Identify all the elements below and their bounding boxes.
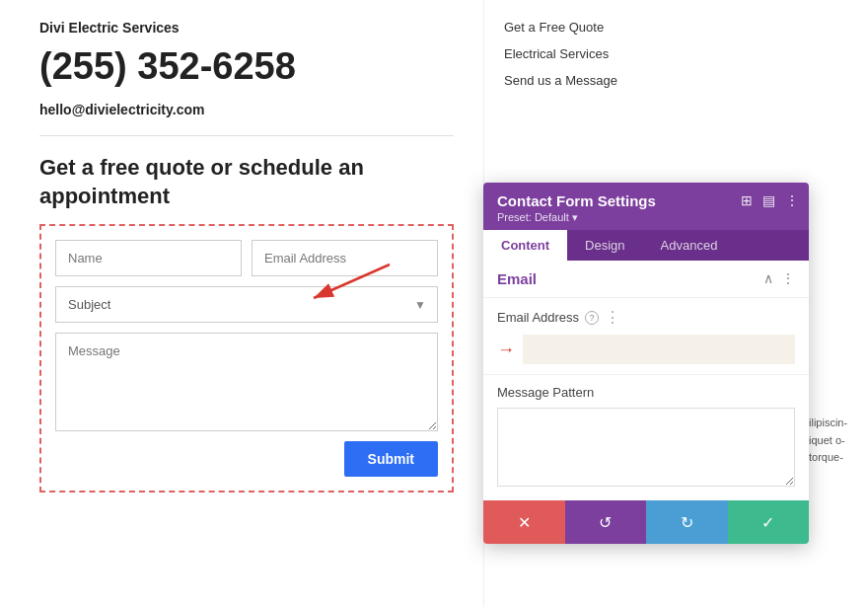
lorem-text: ilipiscin- iquet o- torque- (809, 415, 868, 467)
field-label-row: Email Address ? ⋮ (497, 308, 795, 327)
columns-icon[interactable]: ▤ (762, 192, 775, 209)
help-icon[interactable]: ? (585, 311, 599, 325)
tab-advanced[interactable]: Advanced (643, 230, 736, 261)
page-wrapper: Divi Electric Services (255) 352-6258 he… (0, 0, 868, 607)
panel-header: Contact Form Settings Preset: Default ▾ … (483, 183, 809, 230)
panel-tabs: Content Design Advanced (483, 230, 809, 261)
subject-select[interactable]: Subject (55, 286, 438, 323)
submit-row: Submit (55, 441, 438, 477)
panel-footer: ✕ ↺ ↻ ✓ (483, 500, 809, 544)
panel-preset[interactable]: Preset: Default ▾ (497, 211, 795, 224)
tab-design[interactable]: Design (567, 230, 642, 261)
submit-button[interactable]: Submit (344, 441, 438, 477)
company-name: Divi Electric Services (39, 20, 454, 36)
field-label-text: Email Address (497, 310, 579, 325)
message-pattern-label: Message Pattern (497, 385, 795, 400)
email-field-row: → (497, 335, 795, 364)
reset-button[interactable]: ↺ (565, 500, 647, 544)
email-address: hello@divielectricity.com (39, 102, 454, 117)
email-section-header: Email ∧ ⋮ (483, 261, 809, 298)
message-textarea[interactable] (55, 333, 438, 431)
more-icon[interactable]: ⋮ (785, 192, 799, 209)
form-row-name-email (55, 240, 438, 276)
nav-link-free-quote[interactable]: Get a Free Quote (504, 14, 681, 40)
collapse-icon[interactable]: ∧ (763, 270, 773, 287)
section-more-icon[interactable]: ⋮ (781, 270, 795, 287)
phone-number: (255) 352-6258 (39, 45, 454, 88)
settings-panel: Contact Form Settings Preset: Default ▾ … (483, 183, 809, 544)
field-options-icon[interactable]: ⋮ (605, 308, 620, 327)
nav-link-electrical[interactable]: Electrical Services (504, 40, 681, 67)
section-icons: ∧ ⋮ (763, 270, 795, 287)
email-value-input[interactable] (523, 335, 795, 364)
email-input[interactable] (252, 240, 438, 276)
confirm-button[interactable]: ✓ (728, 500, 810, 544)
message-pattern-textarea[interactable] (497, 408, 795, 487)
section-title: Email (497, 270, 537, 287)
panel-header-icons: ⊞ ▤ ⋮ (741, 192, 799, 209)
left-column: Divi Electric Services (255) 352-6258 he… (0, 0, 483, 607)
subject-wrapper: Subject ▼ (55, 286, 438, 323)
arrow-right-icon: → (497, 340, 515, 360)
divider (39, 135, 454, 136)
email-address-field: Email Address ? ⋮ → (483, 298, 809, 375)
name-input[interactable] (55, 240, 242, 276)
form-heading: Get a free quote or schedule an appointm… (39, 154, 454, 210)
tab-content[interactable]: Content (483, 230, 567, 261)
panel-body: Email ∧ ⋮ Email Address ? ⋮ → Message (483, 261, 809, 500)
redo-button[interactable]: ↻ (646, 500, 728, 544)
message-pattern-section: Message Pattern (483, 375, 809, 500)
expand-icon[interactable]: ⊞ (741, 192, 753, 209)
contact-form: Subject ▼ Submit (39, 224, 454, 493)
cancel-button[interactable]: ✕ (483, 500, 565, 544)
nav-link-message[interactable]: Send us a Message (504, 67, 681, 94)
